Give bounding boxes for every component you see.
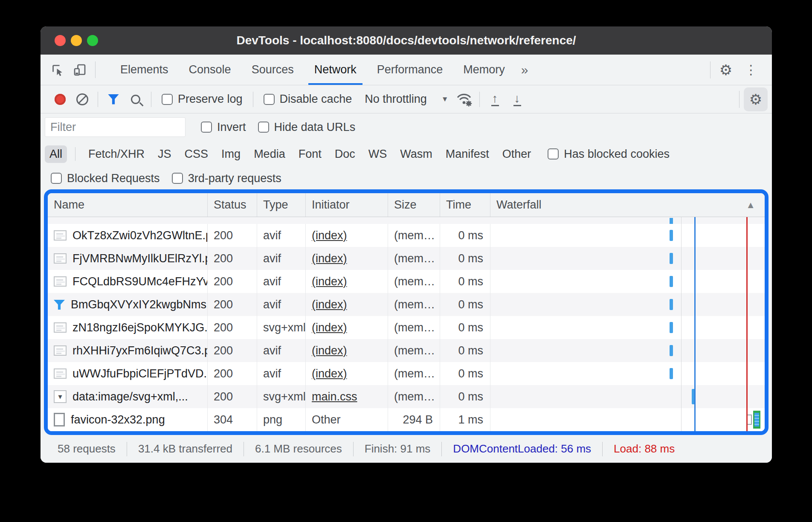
tab-network[interactable]: Network [304, 55, 367, 85]
export-har-icon[interactable]: ↓ [506, 88, 528, 110]
table-row[interactable]: FCQLdbRS9UMc4eFHzYvl... 200 avif (index)… [48, 270, 765, 293]
partial-scrolled-row [48, 217, 765, 224]
column-header-status[interactable]: Status [208, 193, 257, 217]
column-header-waterfall[interactable]: Waterfall ▲ [490, 193, 765, 217]
blocked-requests-checkbox-group[interactable]: Blocked Requests [51, 172, 160, 185]
record-network-log-button[interactable] [49, 88, 71, 110]
blocked-requests-checkbox[interactable] [51, 173, 62, 184]
preserve-log-checkbox[interactable] [162, 94, 173, 105]
table-row[interactable]: rhXHHi7yxFm6IqiwQ7C3.p... 200 avif (inde… [48, 339, 765, 362]
network-settings-gear-icon[interactable]: ⚙ [744, 87, 768, 111]
filter-chip-media[interactable]: Media [249, 145, 290, 163]
request-type: avif [257, 339, 306, 362]
request-size: (mem… [388, 247, 440, 270]
request-name-cell[interactable]: favicon-32x32.png [48, 408, 208, 431]
filter-chip-ws[interactable]: WS [364, 145, 392, 163]
initiator-link[interactable]: (index) [312, 252, 347, 265]
column-header-time[interactable]: Time [440, 193, 490, 217]
filter-chip-other[interactable]: Other [498, 145, 536, 163]
tab-elements[interactable]: Elements [110, 55, 179, 85]
filter-toggle-icon[interactable] [102, 88, 125, 110]
request-name-cell[interactable]: zN18ngzI6ejSpoKMYKJG.s... [48, 316, 208, 339]
blocked-requests-label: Blocked Requests [67, 172, 160, 185]
device-toolbar-icon[interactable] [69, 55, 91, 85]
request-name-cell[interactable]: OkTz8xZwi0zVh2GWltnE.p... [48, 224, 208, 247]
filter-chip-manifest[interactable]: Manifest [441, 145, 494, 163]
import-har-icon[interactable]: ↑ [484, 88, 506, 110]
more-tabs-button[interactable]: » [515, 55, 534, 85]
settings-gear-icon[interactable]: ⚙ [715, 63, 737, 77]
table-row[interactable]: OkTz8xZwi0zVh2GWltnE.p... 200 avif (inde… [48, 224, 765, 247]
third-party-requests-checkbox[interactable] [172, 173, 183, 184]
request-status: 200 [208, 316, 257, 339]
filter-chip-img[interactable]: Img [217, 145, 245, 163]
throttling-value: No throttling [365, 93, 427, 106]
request-name-cell[interactable]: ▾ data:image/svg+xml,... [48, 385, 208, 408]
divider [95, 61, 96, 78]
request-type: avif [257, 247, 306, 270]
table-row[interactable]: favicon-32x32.png 304 png Other 294 B 1 … [48, 408, 765, 431]
table-row[interactable]: zN18ngzI6ejSpoKMYKJG.s... 200 svg+xml (i… [48, 316, 765, 339]
filter-chip-css[interactable]: CSS [180, 145, 213, 163]
toolbar-right: ⚙ [735, 84, 772, 115]
waterfall-bar [670, 322, 673, 333]
request-time: 0 ms [440, 339, 490, 362]
table-row[interactable]: uWWJfuFbpiClEFjPTdVD.p... 200 avif (inde… [48, 362, 765, 385]
request-name-cell[interactable]: rhXHHi7yxFm6IqiwQ7C3.p... [48, 339, 208, 362]
hide-data-urls-checkbox[interactable] [258, 122, 269, 133]
initiator-link[interactable]: (index) [312, 275, 347, 288]
tab-performance[interactable]: Performance [367, 55, 453, 85]
tab-memory[interactable]: Memory [453, 55, 515, 85]
invert-checkbox[interactable] [201, 122, 212, 133]
column-header-type[interactable]: Type [257, 193, 306, 217]
network-conditions-icon[interactable] [453, 88, 475, 110]
tab-sources[interactable]: Sources [241, 55, 304, 85]
filter-chip-js[interactable]: JS [153, 145, 176, 163]
initiator-link[interactable]: (index) [312, 298, 347, 311]
request-name-cell[interactable]: FjVMRBNwMyIlkUElRzYl.p... [48, 247, 208, 270]
initiator-link[interactable]: main.css [312, 390, 357, 403]
third-party-requests-checkbox-group[interactable]: 3rd-party requests [172, 172, 281, 185]
sort-ascending-icon[interactable]: ▲ [746, 200, 755, 211]
table-row[interactable]: FjVMRBNwMyIlkUElRzYl.p... 200 avif (inde… [48, 247, 765, 270]
hide-data-urls-checkbox-group[interactable]: Hide data URLs [258, 121, 356, 134]
has-blocked-cookies-checkbox[interactable] [548, 148, 559, 160]
request-type: avif [257, 293, 306, 316]
request-name-cell[interactable]: FCQLdbRS9UMc4eFHzYvl... [48, 270, 208, 293]
table-row[interactable]: BmGbqXVYxIY2kwgbNms... 200 avif (index) … [48, 293, 765, 316]
column-header-initiator[interactable]: Initiator [306, 193, 388, 217]
column-header-name[interactable]: Name [48, 193, 208, 217]
inspect-element-icon[interactable] [46, 55, 69, 85]
throttling-dropdown[interactable]: No throttling ▼ [365, 93, 448, 106]
has-blocked-cookies-checkbox-group[interactable]: Has blocked cookies [548, 148, 670, 161]
initiator-link[interactable]: (index) [312, 344, 347, 357]
preserve-log-checkbox-group[interactable]: Preserve log [162, 93, 243, 106]
invert-checkbox-group[interactable]: Invert [201, 121, 246, 134]
initiator-link[interactable]: (index) [312, 229, 347, 242]
column-header-size[interactable]: Size [388, 193, 440, 217]
disable-cache-checkbox-group[interactable]: Disable cache [264, 93, 352, 106]
request-size: (mem… [388, 339, 440, 362]
panel-tabs: ElementsConsoleSourcesNetworkPerformance… [110, 55, 515, 85]
customize-menu-icon[interactable]: ⋮ [737, 62, 765, 77]
initiator-link[interactable]: Other [312, 413, 341, 426]
filter-chip-wasm[interactable]: Wasm [395, 145, 437, 163]
table-row[interactable]: ▾ data:image/svg+xml,... 200 svg+xml mai… [48, 385, 765, 408]
filter-chip-font[interactable]: Font [294, 145, 326, 163]
clear-network-log-button[interactable] [71, 88, 93, 110]
filter-chip-doc[interactable]: Doc [330, 145, 360, 163]
window-title: DevTools - localhost:8080/docs/devtools/… [41, 34, 772, 47]
initiator-link[interactable]: (index) [312, 367, 347, 380]
filter-input[interactable] [45, 117, 186, 137]
initiator-link[interactable]: (index) [312, 321, 347, 334]
waterfall-cluster [746, 411, 760, 429]
filter-chip-all[interactable]: All [45, 145, 67, 163]
request-name-cell[interactable]: BmGbqXVYxIY2kwgbNms... [48, 293, 208, 316]
filter-chip-fetch-xhr[interactable]: Fetch/XHR [84, 145, 149, 163]
tab-console[interactable]: Console [179, 55, 241, 85]
search-icon[interactable] [125, 88, 147, 110]
request-waterfall [490, 293, 765, 316]
request-name-cell[interactable]: uWWJfuFbpiClEFjPTdVD.p... [48, 362, 208, 385]
disable-cache-checkbox[interactable] [264, 94, 275, 105]
waterfall-bar [670, 218, 673, 224]
